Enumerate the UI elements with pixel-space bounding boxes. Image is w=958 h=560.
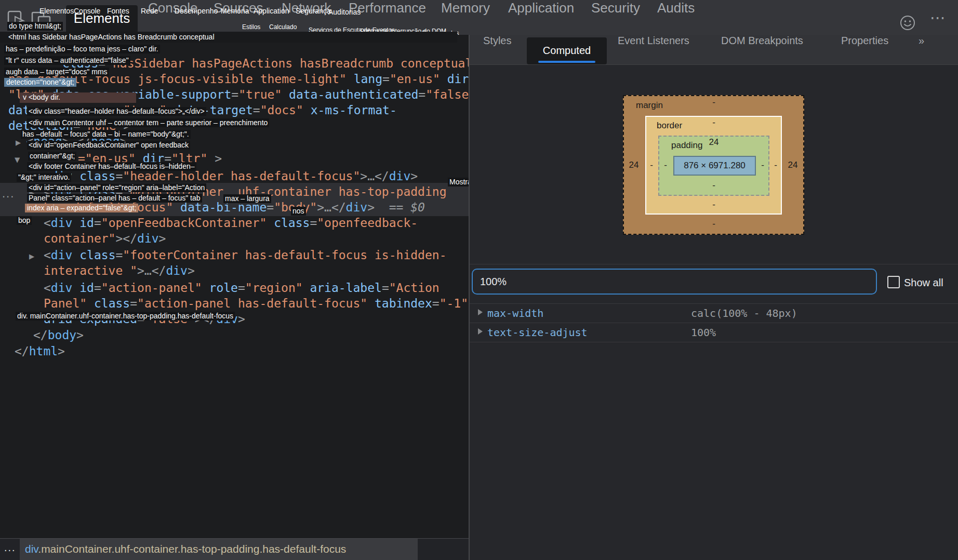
computed-property-row[interactable]: text-size-adjust100% xyxy=(470,323,958,342)
padding-left-value[interactable]: - xyxy=(664,160,667,170)
overlay-label: "lt r" cuss data – authenticated="false" xyxy=(4,56,130,65)
box-model-content[interactable]: 876 × 6971.280 xyxy=(673,156,756,176)
overlay-label: has – predefinição – foco tema jess – cl… xyxy=(4,45,160,54)
breadcrumb-tag: div xyxy=(25,543,38,555)
computed-property-row[interactable]: max-widthcalc(100% - 48px) xyxy=(470,303,958,323)
overlay-label: detection="none"&gt; xyxy=(4,78,76,87)
overlay-label: <div main Contentor uhf – contentor tem … xyxy=(27,118,269,127)
tab-computed-label: Computed xyxy=(527,45,607,57)
box-model-padding-label: padding xyxy=(671,140,703,151)
overlay-label: <div id="action–panel" role="region" ari… xyxy=(27,183,206,192)
overlay-label: div. mainContainer.uhf-container.has-top… xyxy=(16,312,235,321)
computed-filter-input[interactable] xyxy=(472,269,877,295)
overlay-label: max – largura xyxy=(223,194,271,203)
tab-properties[interactable]: Properties xyxy=(841,35,888,47)
tab-application[interactable]: Application xyxy=(508,0,574,16)
breadcrumb-item[interactable]: div.mainContainer.uhf-container.has-top-… xyxy=(20,539,418,560)
overlay-label: <div class="header–holder has–default–fo… xyxy=(27,107,206,116)
code-line[interactable]: <div id="action-panel" role="region" ari… xyxy=(44,281,440,295)
code-line[interactable]: ▼ xyxy=(15,151,20,167)
breadcrumb-bar: ... div.mainContainer.uhf-container.has-… xyxy=(0,539,469,560)
tab-security[interactable]: Security xyxy=(591,0,640,16)
tab-styles[interactable]: Styles xyxy=(483,35,511,47)
overlay-label: Segurança xyxy=(296,7,331,16)
code-line[interactable]: <div id="openFeedbackContainer" class="o… xyxy=(44,216,418,230)
overlay-html-text: <html has Sidebar hasPageActions has Bre… xyxy=(8,33,215,42)
box-model-margin-label: margin xyxy=(636,100,663,111)
box-model-border-label: border xyxy=(657,121,682,131)
devtools-window: Elements ConsoleSourcesNetworkPerformanc… xyxy=(0,0,958,560)
tab-computed-underline xyxy=(538,61,595,63)
tab-audits[interactable]: Audits xyxy=(657,0,695,16)
overlay-label: nos xyxy=(291,207,306,216)
tab-event-listeners[interactable]: Event Listeners xyxy=(618,35,689,47)
sidebar-tabs: Computed StylesEvent ListenersDOM Breakp… xyxy=(470,35,958,65)
expand-arrow-icon[interactable] xyxy=(478,328,483,335)
show-all-checkbox[interactable] xyxy=(887,276,900,288)
margin-top-value[interactable]: - xyxy=(712,97,715,108)
margin-right-value[interactable]: 24 xyxy=(788,160,798,170)
overlay-label: container"&gt; xyxy=(28,152,76,161)
border-left-value[interactable]: - xyxy=(650,160,653,170)
overlay-label: Rede xyxy=(141,7,158,16)
overlay-label: Memória xyxy=(221,7,249,16)
overlay-label: Fontes xyxy=(107,7,129,16)
overlay-html-strip: <html has Sidebar hasPageActions has Bre… xyxy=(0,32,457,43)
overlay-label: "&gt;" interativo. xyxy=(17,173,71,182)
padding-top-value[interactable]: 24 xyxy=(709,137,719,148)
devtools-toolbar: Elements ConsoleSourcesNetworkPerformanc… xyxy=(0,0,958,35)
overlay-label: <div id="openFeedbackContainer" open fee… xyxy=(27,141,190,150)
overlay-label: Calculado xyxy=(269,23,297,32)
overlay-label: bop xyxy=(17,216,32,225)
section-divider xyxy=(470,264,958,264)
more-options-icon[interactable]: ⋯ xyxy=(930,8,947,26)
code-line[interactable]: interactive ">…</div> xyxy=(44,263,195,278)
overlay-label: Console xyxy=(74,7,100,16)
expand-arrow-icon[interactable] xyxy=(478,309,483,315)
border-top-value[interactable]: - xyxy=(712,117,715,128)
code-line[interactable]: <div class="footerContainer has-default-… xyxy=(44,248,446,262)
code-line[interactable]: <div class="header-holder has-default-fo… xyxy=(44,169,418,183)
overlay-label: index aria – expanded="false"&gt; xyxy=(25,204,138,212)
border-bottom-value[interactable]: - xyxy=(712,199,715,210)
property-name: text-size-adjust xyxy=(487,326,588,339)
overlay-label: Desempenho xyxy=(175,7,218,16)
code-line[interactable]: Panel" class="action-panel has-default-f… xyxy=(44,296,468,311)
margin-left-value[interactable]: 24 xyxy=(629,160,639,170)
overlay-label: has –default – focus" data – bi – name="… xyxy=(21,130,191,139)
overlay-label: v <body dir. xyxy=(20,92,136,103)
breadcrumb-ellipsis[interactable]: ... xyxy=(4,542,16,554)
box-model-content-size: 876 × 6971.280 xyxy=(684,161,746,171)
margin-bottom-value[interactable]: - xyxy=(712,219,715,229)
styles-sidebar: Computed StylesEvent ListenersDOM Breakp… xyxy=(470,35,958,560)
code-line[interactable]: ▶ xyxy=(29,248,34,263)
border-right-value[interactable]: - xyxy=(774,160,777,170)
code-line[interactable]: </body> xyxy=(33,328,84,342)
feedback-smiley-icon[interactable] xyxy=(899,15,916,31)
tab-memory[interactable]: Memory xyxy=(441,0,490,16)
property-value: 100% xyxy=(691,326,716,339)
code-line[interactable]: container"></div> xyxy=(44,231,166,246)
overlay-label: Panel" class="action–panel has – default… xyxy=(27,194,202,203)
overlay-label: augh data – target="docs" mms xyxy=(4,68,109,76)
overlay-label: <div footer Container has–default–focus … xyxy=(27,162,196,171)
overlay-label: Elementos xyxy=(39,7,74,16)
overlay-label: Auditorias xyxy=(328,8,361,17)
property-name: max-width xyxy=(487,307,543,319)
tab-»[interactable]: » xyxy=(919,35,924,47)
property-value: calc(100% - 48px) xyxy=(691,307,797,319)
overlay-label: do type html&gt; xyxy=(7,22,63,31)
padding-right-value[interactable]: - xyxy=(761,160,764,170)
code-line[interactable]: </html> xyxy=(15,344,65,358)
tab-dom-breakpoints[interactable]: DOM Breakpoints xyxy=(721,35,803,47)
selected-node-gutter-ellipsis: ... xyxy=(2,187,15,201)
computed-properties-list: max-widthcalc(100% - 48px)text-size-adju… xyxy=(470,303,958,342)
overlay-label: Estilos xyxy=(242,23,260,32)
show-all-label: Show all xyxy=(904,277,943,289)
breadcrumb-classes: .mainContainer.uhf-container.has-top-pad… xyxy=(38,543,346,555)
overlay-label: Application xyxy=(254,7,289,16)
padding-bottom-value[interactable]: - xyxy=(712,180,715,191)
